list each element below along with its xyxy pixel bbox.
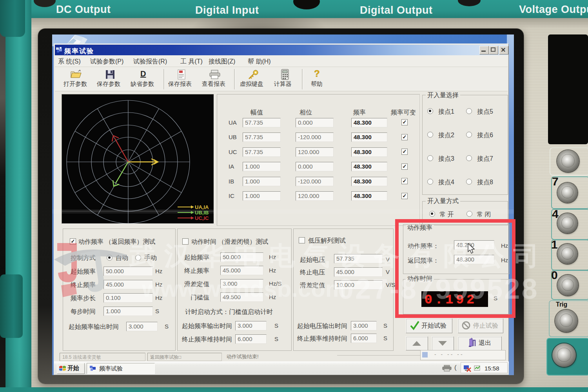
svg-text:UC,IC: UC,IC: [195, 215, 209, 221]
